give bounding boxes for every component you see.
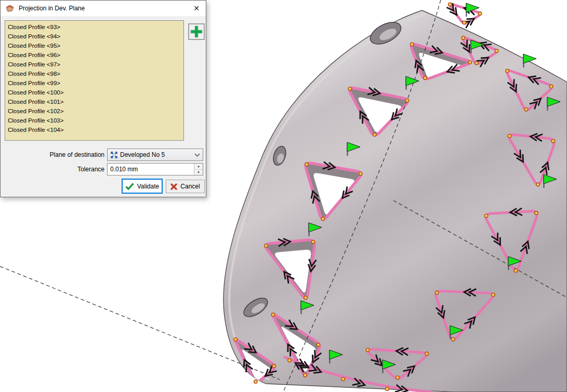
vertex-dot	[373, 133, 376, 136]
add-profile-button[interactable]	[188, 23, 205, 40]
vertex-dot	[463, 21, 466, 24]
vertex-dot	[305, 163, 308, 166]
plane-destination-select[interactable]: Developed No 5	[107, 148, 203, 161]
dialog-icon	[5, 4, 15, 12]
cancel-button[interactable]: Cancel	[166, 180, 205, 193]
profiles-listbox[interactable]: Closed Profile <93>Closed Profile <94>Cl…	[5, 20, 184, 141]
vertex-dot	[366, 348, 369, 352]
vertex-dot	[272, 364, 275, 368]
vertex-dot	[449, 3, 452, 6]
vertex-dot	[271, 313, 274, 316]
vertex-dot	[304, 296, 307, 299]
check-icon	[125, 183, 134, 190]
vertex-dot	[234, 338, 237, 341]
plane-destination-value: Developed No 5	[120, 151, 192, 158]
validate-button[interactable]: Validate	[122, 179, 163, 194]
list-item[interactable]: Closed Profile <94>	[5, 32, 183, 41]
vertex-dot	[551, 139, 555, 142]
vertex-dot	[386, 387, 389, 390]
list-item[interactable]: Closed Profile <99>	[5, 78, 183, 88]
application-window: Projection in Dev. Plane ✕ Closed Profil…	[0, 0, 567, 392]
vertex-dot	[425, 352, 428, 355]
vertex-dot	[254, 380, 257, 383]
list-item[interactable]: Closed Profile <101>	[5, 97, 183, 106]
close-icon[interactable]: ✕	[187, 1, 206, 16]
tolerance-input[interactable]: 0.010 mm ▲ ▼	[107, 163, 203, 175]
vertex-dot	[508, 134, 511, 138]
x-icon	[170, 183, 177, 190]
start-flag-icon	[466, 3, 479, 17]
vertex-dot	[506, 69, 509, 72]
list-item[interactable]: Closed Profile <104>	[5, 125, 183, 134]
vertex-dot	[348, 87, 351, 90]
projection-dialog: Projection in Dev. Plane ✕ Closed Profil…	[0, 0, 206, 197]
vertex-dot	[478, 12, 481, 15]
vertex-dot	[536, 183, 539, 186]
vertex-dot	[475, 61, 478, 64]
vertex-dot	[461, 36, 465, 39]
list-item[interactable]: Closed Profile <103>	[5, 116, 183, 125]
list-item[interactable]: Closed Profile <95>	[5, 41, 183, 50]
vertex-dot	[514, 269, 517, 272]
vertex-dot	[535, 211, 538, 214]
vertex-dot	[341, 377, 345, 381]
vertex-dot	[304, 373, 307, 376]
plane-of-destination-label: Plane of destination	[3, 151, 104, 158]
list-item[interactable]: Closed Profile <102>	[5, 106, 183, 116]
vertex-dot	[524, 107, 528, 111]
vertex-dot	[495, 49, 498, 52]
tolerance-spinner: ▲ ▼	[194, 164, 203, 175]
vertex-dot	[405, 99, 408, 102]
list-item[interactable]: Closed Profile <96>	[5, 50, 183, 60]
spinner-up-icon[interactable]: ▲	[194, 164, 203, 170]
vertex-dot	[451, 337, 454, 341]
vertex-dot	[549, 85, 552, 88]
vertex-dot	[410, 43, 413, 46]
list-item[interactable]: Closed Profile <97>	[5, 60, 183, 69]
list-item[interactable]: Closed Profile <100>	[5, 88, 183, 97]
vertex-dot	[492, 293, 495, 296]
vertex-dot	[311, 240, 314, 244]
vertex-dot	[288, 359, 291, 362]
vertex-dot	[424, 76, 427, 79]
validate-label: Validate	[137, 183, 159, 190]
cancel-label: Cancel	[180, 183, 200, 190]
vertex-dot	[435, 291, 438, 294]
vertex-dot	[396, 376, 399, 379]
vertex-dot	[317, 343, 320, 346]
plus-icon	[190, 25, 203, 38]
developed-plane-icon	[110, 151, 118, 159]
vertex-dot	[484, 214, 487, 217]
tolerance-label: Tolerance	[3, 166, 104, 173]
spinner-down-icon[interactable]: ▼	[194, 170, 203, 175]
vertex-dot	[265, 244, 268, 247]
list-item[interactable]: Closed Profile <98>	[5, 69, 183, 78]
chevron-down-icon	[194, 153, 200, 157]
vertex-dot	[468, 61, 471, 64]
dialog-title: Projection in Dev. Plane	[19, 5, 85, 12]
list-item[interactable]: Closed Profile <93>	[5, 22, 183, 32]
tolerance-value: 0.010 mm	[108, 164, 194, 175]
dialog-titlebar[interactable]: Projection in Dev. Plane ✕	[1, 1, 206, 16]
vertex-dot	[359, 172, 362, 175]
vertex-dot	[321, 217, 324, 220]
